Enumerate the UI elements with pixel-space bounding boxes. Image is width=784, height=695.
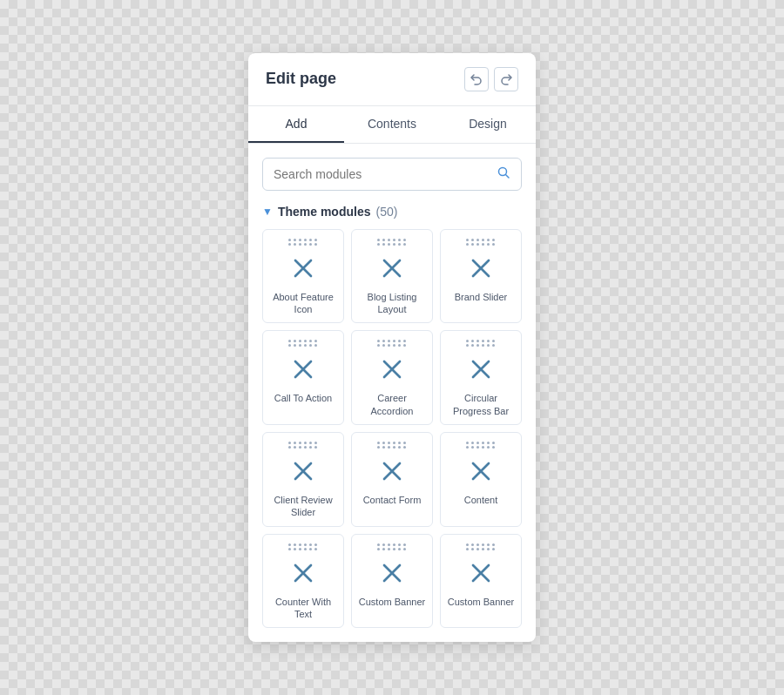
module-dot xyxy=(476,442,479,444)
module-item[interactable]: Content xyxy=(440,432,522,527)
module-item[interactable]: About Feature Icon xyxy=(262,229,344,324)
module-dot xyxy=(299,548,301,550)
module-dot xyxy=(403,344,406,347)
module-dot xyxy=(403,340,406,342)
module-dot xyxy=(299,543,301,546)
module-icon xyxy=(376,455,408,487)
svg-line-1 xyxy=(506,174,510,178)
module-dot xyxy=(492,446,495,449)
module-dots xyxy=(377,543,407,550)
module-dot xyxy=(294,446,296,449)
module-dot xyxy=(471,548,474,550)
redo-button[interactable] xyxy=(494,67,518,91)
module-icon xyxy=(465,557,497,589)
module-dot xyxy=(288,442,291,444)
module-dot xyxy=(393,243,395,246)
module-dot xyxy=(304,543,307,546)
module-item[interactable]: Counter With Text xyxy=(262,534,344,629)
module-dot xyxy=(314,548,317,550)
module-item[interactable]: Custom Banner xyxy=(440,534,522,629)
module-dot xyxy=(377,442,380,444)
search-input[interactable] xyxy=(274,167,497,181)
module-dots xyxy=(377,442,407,449)
module-dot xyxy=(466,543,469,546)
module-dot xyxy=(299,442,301,444)
module-dot xyxy=(487,548,490,550)
module-dot xyxy=(304,239,307,241)
module-dot xyxy=(314,340,317,342)
module-dot xyxy=(482,344,484,347)
module-dot xyxy=(466,548,469,550)
module-item[interactable]: Career Accordion xyxy=(351,330,433,425)
module-item[interactable]: Custom Banner xyxy=(351,534,433,629)
module-dot xyxy=(388,340,390,342)
module-dot xyxy=(388,239,390,241)
module-dot xyxy=(393,340,395,342)
module-item[interactable]: Call To Action xyxy=(262,330,344,425)
module-dot xyxy=(314,543,317,546)
module-dot xyxy=(299,344,301,347)
module-dot xyxy=(288,446,291,449)
module-dot xyxy=(382,243,385,246)
module-dots xyxy=(288,340,318,347)
module-dots xyxy=(466,239,496,246)
module-item[interactable]: Brand Slider xyxy=(440,229,522,324)
module-dot xyxy=(492,543,495,546)
module-dot xyxy=(476,344,479,347)
section-chevron-icon[interactable]: ▼ xyxy=(262,206,273,218)
module-dots xyxy=(288,239,318,246)
module-dot xyxy=(304,442,307,444)
module-dot xyxy=(388,344,390,347)
module-dot xyxy=(492,442,495,444)
module-dot xyxy=(487,543,490,546)
module-dot xyxy=(466,442,469,444)
module-dot xyxy=(403,442,406,444)
module-dot xyxy=(314,239,317,241)
module-dot xyxy=(482,543,484,546)
module-dot xyxy=(471,344,474,347)
module-label: Custom Banner xyxy=(359,596,425,608)
module-dot xyxy=(403,446,406,449)
module-dot xyxy=(471,243,474,246)
module-label: Circular Progress Bar xyxy=(446,392,516,417)
module-icon xyxy=(465,455,497,487)
module-dot xyxy=(309,243,312,246)
module-dot xyxy=(382,446,385,449)
panel-body: ▼ Theme modules (50) About Feature Icon … xyxy=(248,144,536,642)
module-dot xyxy=(393,442,395,444)
module-dot xyxy=(398,243,401,246)
module-dot xyxy=(471,340,474,342)
module-dots xyxy=(377,340,407,347)
module-dot xyxy=(388,446,390,449)
module-item[interactable]: Contact Form xyxy=(351,432,433,527)
module-dot xyxy=(492,243,495,246)
tab-bar: Add Contents Design xyxy=(248,106,536,144)
module-dot xyxy=(476,239,479,241)
module-dot xyxy=(398,543,401,546)
module-dot xyxy=(288,543,291,546)
module-dot xyxy=(314,442,317,444)
module-item[interactable]: Client Review Slider xyxy=(262,432,344,527)
module-dot xyxy=(288,340,291,342)
module-dot xyxy=(314,446,317,449)
module-dot xyxy=(288,239,291,241)
module-dot xyxy=(299,239,301,241)
tab-add[interactable]: Add xyxy=(248,106,344,143)
module-dot xyxy=(382,239,385,241)
tab-contents[interactable]: Contents xyxy=(344,106,440,143)
search-icon xyxy=(497,165,510,183)
module-dot xyxy=(492,344,495,347)
module-item[interactable]: Circular Progress Bar xyxy=(440,330,522,425)
module-dot xyxy=(393,543,395,546)
module-dot xyxy=(487,340,490,342)
module-dot xyxy=(482,239,484,241)
edit-page-panel: Edit page Add Contents Design xyxy=(248,53,536,642)
module-dot xyxy=(388,442,390,444)
module-dot xyxy=(288,344,291,347)
module-item[interactable]: Blog Listing Layout xyxy=(351,229,433,324)
tab-design[interactable]: Design xyxy=(440,106,536,143)
module-dot xyxy=(476,340,479,342)
module-dots xyxy=(288,543,318,550)
undo-button[interactable] xyxy=(464,67,489,91)
module-dot xyxy=(476,548,479,550)
